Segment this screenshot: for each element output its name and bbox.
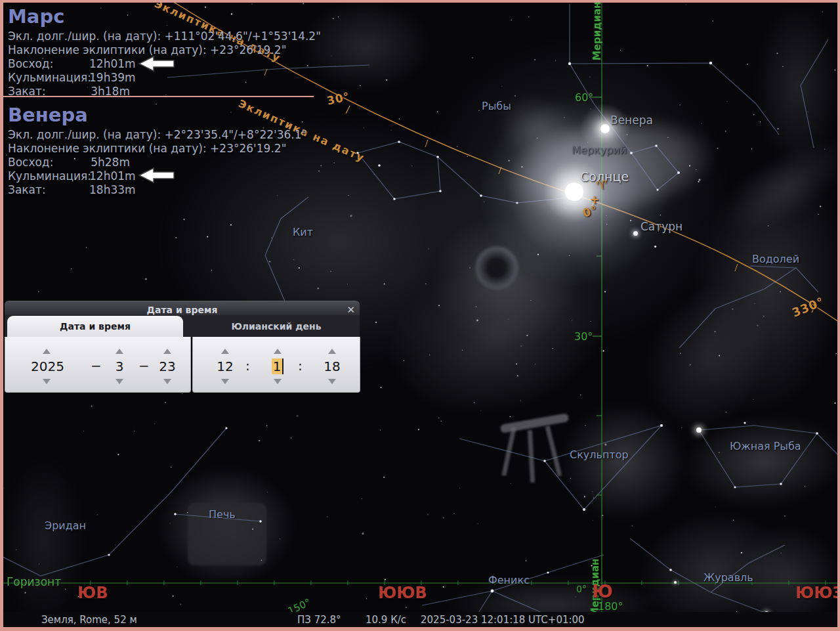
tab-julian-day[interactable]: Юлианский день bbox=[195, 316, 358, 337]
day-increment-button[interactable] bbox=[152, 347, 183, 355]
down-arrow-icon bbox=[274, 379, 282, 384]
month-value[interactable]: 3 bbox=[104, 357, 135, 376]
down-arrow-icon bbox=[116, 379, 123, 384]
grus-label: Журавль bbox=[704, 571, 753, 584]
mars-ecl-line: Экл. долг./шир. (на дату): +111°02'44.6"… bbox=[8, 30, 322, 43]
status-fov: ПЗ 72.8° bbox=[297, 614, 341, 626]
down-arrow-icon bbox=[163, 379, 171, 384]
year-spinner: 2025 bbox=[31, 347, 62, 385]
hour-increment-button[interactable] bbox=[209, 347, 241, 355]
aquarius-label: Водолей bbox=[752, 253, 799, 265]
second-spinner: 18 bbox=[316, 347, 348, 385]
meridian-mark-30: 30° bbox=[574, 330, 593, 343]
mars-rise-label: Восход: bbox=[8, 57, 89, 71]
mars-culmination-row: Кульминация: 19h39m bbox=[8, 71, 322, 85]
mars-rise-annotation-arrow-icon bbox=[138, 55, 175, 72]
panel-separator-line bbox=[3, 96, 314, 97]
cetus-label: Кит bbox=[293, 226, 313, 238]
up-arrow-icon bbox=[328, 349, 336, 354]
down-arrow-icon bbox=[43, 379, 51, 384]
venus-culmination-annotation-arrow-icon bbox=[138, 167, 175, 184]
meridian-mark-60: 60° bbox=[575, 91, 593, 104]
compass-sse-label: ЮЮВ bbox=[378, 584, 427, 602]
hour-value[interactable]: 12 bbox=[209, 357, 241, 376]
sculptor-label: Скульптор bbox=[570, 448, 629, 461]
venus-obliquity-line: Наклонение эклиптики (на дату): +23°26'1… bbox=[8, 142, 322, 156]
fornax-label: Печь bbox=[209, 508, 236, 521]
compass-s-label: Ю bbox=[592, 581, 613, 601]
venus-set-value: 18h33m bbox=[89, 183, 130, 197]
minute-value-selected[interactable]: 1 bbox=[272, 359, 284, 374]
venus-culmination-label: Кульминация: bbox=[8, 169, 89, 183]
venus-rise-value: 5h28m bbox=[89, 156, 130, 169]
compass-ssw-label: ЮЮЗ bbox=[795, 584, 840, 602]
up-arrow-icon bbox=[274, 349, 282, 354]
minute-spinner: 1 bbox=[262, 347, 293, 385]
day-decrement-button[interactable] bbox=[152, 378, 183, 385]
aries-point-icon: ♈ bbox=[595, 177, 609, 193]
datetime-dialog: Дата и время ✕ Дата и время Юлианский де… bbox=[4, 299, 360, 395]
mars-panel-title: Марс bbox=[8, 5, 322, 28]
horizon-mark-180: 180° bbox=[598, 600, 623, 613]
frame-border-top bbox=[0, 0, 840, 3]
frame-border-right bbox=[837, 0, 840, 631]
time-colon-1: : bbox=[245, 358, 250, 374]
up-arrow-icon bbox=[116, 349, 123, 354]
dialog-tab-strip: Дата и время Юлианский день bbox=[5, 315, 360, 337]
date-dash-1: − bbox=[91, 358, 102, 374]
status-datetime: 2025-03-23 12:01:18 UTC+01:00 bbox=[421, 614, 585, 626]
venus-set-row: Закат: 18h33m bbox=[8, 183, 322, 197]
status-bar: Земля, Rome, 52 м ПЗ 72.8° 10.9 К/с 2025… bbox=[3, 612, 837, 627]
mars-culmination-label: Кульминация: bbox=[8, 71, 89, 85]
mars-culmination-value: 19h39m bbox=[89, 71, 130, 85]
venus-panel-title: Венера bbox=[8, 104, 322, 126]
day-spinner: 23 bbox=[152, 347, 183, 385]
venus-label[interactable]: Венера bbox=[610, 114, 653, 127]
up-arrow-icon bbox=[221, 349, 229, 354]
minute-decrement-button[interactable] bbox=[262, 378, 293, 385]
tab-date-time[interactable]: Дата и время bbox=[7, 316, 183, 337]
dialog-titlebar[interactable]: Дата и время ✕ bbox=[5, 301, 360, 316]
second-increment-button[interactable] bbox=[316, 347, 348, 355]
hour-decrement-button[interactable] bbox=[209, 378, 241, 385]
status-location: Земля, Rome, 52 м bbox=[41, 614, 137, 626]
frame-border-left bbox=[0, 0, 3, 631]
saturn-label[interactable]: Сатурн bbox=[640, 220, 682, 233]
venus-rise-label: Восход: bbox=[8, 156, 89, 169]
stellarium-screen: Венера Меркурий Солнце Сатурн Рыбы Кит В… bbox=[0, 0, 840, 631]
piscis-austrinus-label: Южная Рыба bbox=[730, 440, 801, 452]
pisces-label: Рыбы bbox=[482, 100, 511, 112]
up-arrow-icon bbox=[43, 349, 51, 354]
year-decrement-button[interactable] bbox=[31, 378, 62, 385]
compass-se-label: ЮВ bbox=[77, 584, 108, 602]
mars-rise-value: 12h01m bbox=[89, 57, 130, 71]
venus-ecl-line: Экл. долг./шир. (на дату): +2°23'35.4"/+… bbox=[8, 128, 322, 142]
day-value[interactable]: 23 bbox=[152, 357, 183, 376]
meridian-mark-0: 0° bbox=[576, 584, 587, 594]
down-arrow-icon bbox=[221, 379, 229, 384]
year-value[interactable]: 2025 bbox=[31, 357, 62, 376]
month-spinner: 3 bbox=[104, 347, 135, 385]
minute-increment-button[interactable] bbox=[262, 347, 293, 355]
mars-info-panel: Марс Экл. долг./шир. (на дату): +111°02'… bbox=[8, 5, 322, 98]
down-arrow-icon bbox=[328, 379, 336, 384]
close-icon[interactable]: ✕ bbox=[346, 304, 355, 316]
month-increment-button[interactable] bbox=[104, 347, 135, 355]
frame-border-bottom bbox=[0, 627, 840, 631]
mercury-label[interactable]: Меркурий bbox=[572, 144, 627, 156]
ecliptic-cross-icon: + bbox=[590, 193, 600, 206]
time-colon-2: : bbox=[298, 358, 303, 374]
year-increment-button[interactable] bbox=[31, 347, 62, 355]
month-decrement-button[interactable] bbox=[104, 378, 135, 385]
venus-set-label: Закат: bbox=[8, 183, 89, 197]
hour-spinner: 12 bbox=[209, 347, 241, 385]
horizon-label: Горизонт bbox=[7, 575, 61, 588]
date-dash-2: − bbox=[138, 358, 150, 374]
second-decrement-button[interactable] bbox=[316, 378, 348, 385]
venus-culmination-value: 12h01m bbox=[89, 169, 130, 183]
eridanus-label: Эридан bbox=[45, 519, 86, 532]
dialog-title: Дата и время bbox=[5, 305, 360, 315]
up-arrow-icon bbox=[163, 349, 171, 354]
phoenix-label: Феникс bbox=[488, 574, 530, 586]
second-value[interactable]: 18 bbox=[316, 357, 348, 376]
